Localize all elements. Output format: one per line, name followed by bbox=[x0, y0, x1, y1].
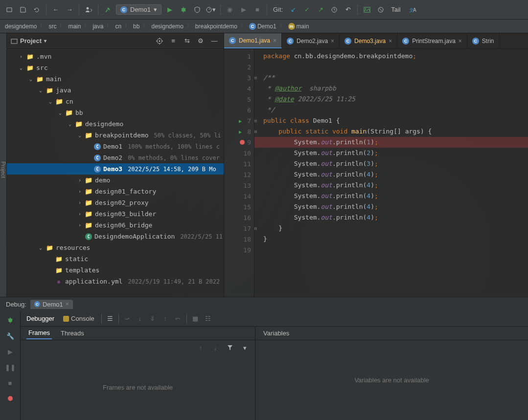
breadcrumb-item[interactable]: mmain bbox=[288, 23, 309, 30]
run-gutter-icon[interactable]: ▶ bbox=[239, 118, 242, 124]
breadcrumb-item[interactable]: CDemo1 bbox=[249, 23, 276, 30]
image-icon[interactable] bbox=[362, 4, 372, 15]
evaluate-icon[interactable]: ▦ bbox=[190, 313, 201, 324]
git-rollback-icon[interactable]: ↶ bbox=[343, 4, 353, 15]
more-icon[interactable]: ☷ bbox=[203, 313, 213, 324]
expand-icon[interactable]: ≡ bbox=[168, 36, 179, 46]
git-push-icon[interactable]: ↗ bbox=[315, 4, 326, 15]
step-out-icon[interactable]: ↑ bbox=[160, 313, 171, 324]
locate-icon[interactable] bbox=[154, 36, 165, 46]
tree-node[interactable]: ⌄📁cn bbox=[7, 96, 224, 107]
run-icon[interactable]: ▶ bbox=[164, 4, 175, 15]
tree-node[interactable]: 📁static bbox=[7, 253, 224, 265]
tree-node[interactable]: ›📁design02_proxy bbox=[7, 197, 224, 208]
tree-node-appyml[interactable]: ◈application.yml2022/5/19 11:49, 21 B 20… bbox=[7, 276, 224, 287]
save-icon[interactable] bbox=[18, 4, 28, 15]
stop-icon[interactable]: ■ bbox=[252, 4, 263, 15]
debug-session-tab[interactable]: C Demo1 × bbox=[30, 300, 73, 309]
rerun-debug-icon[interactable] bbox=[5, 315, 16, 326]
drop-frame-icon[interactable]: ⤺ bbox=[173, 313, 184, 324]
breadcrumb-item[interactable]: designdemo bbox=[151, 23, 183, 30]
open-icon[interactable] bbox=[4, 4, 15, 15]
tree-node[interactable]: ⌄📁java bbox=[7, 85, 224, 96]
minimize-icon[interactable]: — bbox=[209, 36, 220, 46]
tree-node[interactable]: ⌄📁src bbox=[7, 62, 224, 73]
left-tool-rail[interactable]: Project bbox=[0, 33, 7, 297]
attach-icon[interactable]: ◉ bbox=[225, 4, 235, 15]
settings-icon[interactable]: 🔧 bbox=[5, 331, 16, 341]
run-config-selector[interactable]: C Demo1 ▾ bbox=[116, 4, 161, 15]
no-entry-icon[interactable] bbox=[375, 4, 386, 15]
debugger-tab[interactable]: Debugger bbox=[24, 313, 56, 324]
threads-tab[interactable]: Threads bbox=[59, 328, 86, 339]
editor-tab[interactable]: CPrintStream.java× bbox=[397, 33, 467, 48]
breakpoint-icon[interactable] bbox=[240, 140, 245, 145]
close-icon[interactable]: × bbox=[331, 38, 334, 44]
git-commit-icon[interactable]: ✓ bbox=[301, 4, 312, 15]
git-history-icon[interactable] bbox=[329, 4, 340, 15]
translate-icon[interactable]: 文A bbox=[408, 4, 418, 15]
run2-icon[interactable]: ▶ bbox=[238, 4, 249, 15]
profile-icon[interactable]: ▾ bbox=[206, 4, 216, 15]
tree-node[interactable]: ⌄📁main bbox=[7, 73, 224, 85]
debug-icon[interactable] bbox=[178, 4, 189, 15]
close-icon[interactable]: × bbox=[273, 37, 276, 44]
resume-icon[interactable]: ▶ bbox=[5, 346, 16, 357]
pause-icon[interactable]: ❚❚ bbox=[5, 362, 16, 373]
tree-node-demo1[interactable]: CDemo1100% methods, 100% lines c bbox=[7, 141, 224, 152]
back-icon[interactable]: ← bbox=[50, 4, 61, 15]
hammer-icon[interactable] bbox=[102, 4, 113, 15]
tree-node[interactable]: ⌄📁bb bbox=[7, 107, 224, 118]
tree-node[interactable]: ⌄📁designdemo bbox=[7, 118, 224, 130]
coverage-icon[interactable] bbox=[192, 4, 203, 15]
step-over-icon[interactable]: ⤻ bbox=[122, 313, 133, 324]
layout-icon[interactable]: ☰ bbox=[105, 313, 115, 324]
tree-node-app[interactable]: CDesigndemoApplication2022/5/25 11 bbox=[7, 231, 224, 242]
close-icon[interactable]: × bbox=[389, 38, 392, 44]
breadcrumb-item[interactable]: bb bbox=[133, 23, 139, 30]
breadcrumb-item[interactable]: breakpointdemo bbox=[195, 23, 237, 30]
tree-node[interactable]: ›📁demo bbox=[7, 175, 224, 186]
tree-node[interactable]: ⌄📁breakpointdemo50% classes, 50% li bbox=[7, 130, 224, 141]
prev-frame-icon[interactable]: ↑ bbox=[195, 342, 206, 353]
editor-tab[interactable]: CDemo2.java× bbox=[282, 33, 340, 48]
tree-node[interactable]: ›📁design06_bridge bbox=[7, 220, 224, 231]
editor-tab[interactable]: CDemo1.java× bbox=[224, 33, 282, 48]
breadcrumb-item[interactable]: designdemo bbox=[5, 23, 37, 30]
forward-icon[interactable]: → bbox=[64, 4, 75, 15]
chevron-down-icon[interactable]: ▾ bbox=[239, 342, 250, 353]
tree-node[interactable]: ›📁.mvn bbox=[7, 51, 224, 62]
run-gutter-icon[interactable]: ▶ bbox=[239, 129, 242, 134]
next-frame-icon[interactable]: ↓ bbox=[210, 342, 221, 353]
force-step-icon[interactable]: ⇓ bbox=[147, 313, 158, 324]
step-into-icon[interactable]: ↓ bbox=[135, 313, 145, 324]
filter-icon[interactable] bbox=[225, 342, 235, 353]
frames-tab[interactable]: Frames bbox=[26, 327, 52, 339]
stop-debug-icon[interactable]: ■ bbox=[5, 377, 16, 388]
project-panel-title[interactable]: Project ▾ bbox=[11, 37, 151, 44]
console-tab[interactable]: Console bbox=[63, 315, 94, 322]
gear-icon[interactable]: ⚙ bbox=[195, 36, 206, 46]
tree-node[interactable]: 📁templates bbox=[7, 265, 224, 276]
editor-body[interactable]: 1 2 3⊟ 4 5 6 ▶7⊟ ▶8⊟ 9 10 11 12 13 14 15… bbox=[224, 49, 528, 297]
editor-tab[interactable]: CDemo3.java× bbox=[340, 33, 397, 48]
close-icon[interactable]: × bbox=[66, 301, 69, 308]
tree-node-demo2[interactable]: CDemo20% methods, 0% lines cover bbox=[7, 152, 224, 163]
tree-node-demo3[interactable]: CDemo32022/5/25 14:58, 209 B Mo bbox=[7, 163, 224, 175]
gutter[interactable]: 1 2 3⊟ 4 5 6 ▶7⊟ ▶8⊟ 9 10 11 12 13 14 15… bbox=[224, 49, 254, 297]
project-tree[interactable]: ›📁.mvn ⌄📁src ⌄📁main ⌄📁java ⌄📁cn ⌄📁bb ⌄📁d… bbox=[7, 49, 224, 297]
refresh-icon[interactable] bbox=[31, 4, 42, 15]
collapse-icon[interactable]: ⇆ bbox=[182, 36, 192, 46]
breadcrumb-item[interactable]: main bbox=[68, 23, 81, 30]
breadcrumb-item[interactable]: src bbox=[48, 23, 56, 30]
variables-tab[interactable]: Variables bbox=[261, 328, 291, 339]
tree-node[interactable]: ›📁design01_factory bbox=[7, 186, 224, 197]
user-icon[interactable] bbox=[83, 4, 94, 15]
view-breakpoints-icon[interactable] bbox=[5, 393, 16, 404]
editor-tab[interactable]: CStrin bbox=[467, 33, 500, 48]
close-icon[interactable]: × bbox=[459, 38, 462, 44]
code-content[interactable]: package cn.bb.designdemo.breakpointdemo;… bbox=[254, 49, 528, 297]
breadcrumb-item[interactable]: java bbox=[92, 23, 103, 30]
breadcrumb-item[interactable]: cn bbox=[115, 23, 121, 30]
tree-node[interactable]: ⌄📁resources bbox=[7, 242, 224, 253]
